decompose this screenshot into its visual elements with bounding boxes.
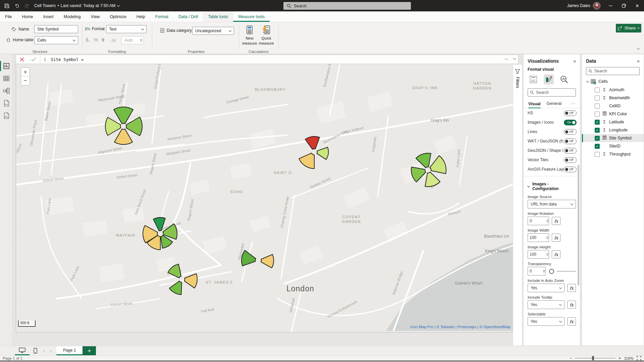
checkbox-throughput[interactable] — [595, 152, 600, 157]
tab-visual[interactable]: Visual — [528, 102, 541, 108]
toggle-arcgis-feature-layer[interactable]: Off — [564, 167, 577, 172]
checkbox-longitude[interactable]: ✓ — [595, 128, 600, 133]
map[interactable]: Weymouth StreetGoodge StreetGreat Portla… — [16, 64, 515, 332]
map-attribution[interactable]: Icon Map Pro | © Tekantis | Protomaps | … — [410, 325, 511, 329]
menu-tab-table-tools[interactable]: Table tools — [203, 11, 233, 22]
slider-track-transparency[interactable] — [557, 271, 576, 272]
field-row-throughput[interactable]: ΣThroughput — [582, 150, 644, 158]
analytics-icon[interactable] — [559, 74, 569, 84]
format-dropdown[interactable]: Text — [106, 25, 147, 33]
fx-button-image-width[interactable]: fx — [552, 234, 560, 242]
menu-tab-view[interactable]: View — [86, 11, 105, 22]
checkbox-site-symbol[interactable]: ✓ — [595, 136, 600, 141]
fx-button-image-rotation[interactable]: fx — [552, 217, 560, 225]
dropdown-include-tooltip[interactable]: Yes — [528, 300, 565, 309]
cancel-formula-icon[interactable] — [20, 57, 24, 62]
format-search-input[interactable]: Search — [528, 88, 576, 97]
menu-tab-data-drill[interactable]: Data / Drill — [173, 11, 203, 22]
close-button[interactable]: ✕ — [631, 0, 644, 11]
zoom-out-icon[interactable]: − — [570, 356, 572, 361]
field-row-site-symbol[interactable]: ✓Site Symbol — [582, 134, 644, 142]
commit-formula-icon[interactable] — [31, 57, 36, 61]
menu-tab-format[interactable]: Format — [150, 11, 173, 22]
format-visual-icon[interactable] — [544, 74, 554, 84]
checkbox-kpi-color[interactable] — [595, 112, 600, 117]
restore-button[interactable] — [617, 0, 631, 11]
global-search-input[interactable]: Search — [283, 2, 411, 10]
slider-knob-transparency[interactable] — [549, 269, 554, 274]
document-title[interactable]: Cell Towers• Last saved: Today at 7:50 A… — [34, 3, 119, 8]
images-configuration-section[interactable]: Images - Configuration — [524, 178, 580, 192]
collapse-formula-bar-icon[interactable]: — — [504, 57, 508, 61]
menu-tab-home[interactable]: Home — [17, 11, 38, 22]
stepper-image-width[interactable]: 100 — [528, 233, 549, 242]
quick-measure-button[interactable]: Quick measure — [256, 25, 277, 46]
model-view-icon[interactable] — [3, 87, 10, 95]
previous-page-arrow-icon[interactable]: ‹ — [41, 346, 48, 355]
report-view-icon[interactable] — [3, 62, 10, 70]
collapse-pane-icon[interactable]: » — [637, 58, 640, 64]
field-row-siteid[interactable]: ✓SiteID — [582, 142, 644, 150]
toggle-h3[interactable]: Off — [564, 110, 577, 116]
page-tab[interactable]: Page 1 — [56, 346, 83, 355]
minimize-button[interactable] — [604, 0, 617, 11]
zoom-slider[interactable] — [575, 358, 615, 359]
formula-bar[interactable]: 1 Site Symbol = — — [16, 55, 519, 64]
checkbox-beamwidth[interactable] — [595, 96, 600, 101]
undo-icon[interactable] — [13, 2, 20, 9]
percent-icon[interactable]: % — [94, 37, 98, 43]
toggle-images-icons[interactable]: On — [564, 120, 577, 125]
checkbox-cellid[interactable] — [595, 104, 600, 109]
zoom-in-icon[interactable]: + — [619, 356, 621, 361]
save-icon[interactable] — [3, 2, 10, 9]
icon-map-visual[interactable]: Weymouth StreetGoodge StreetGreat Portla… — [16, 64, 516, 333]
toggle-geojson-shape-[interactable]: Off — [564, 148, 577, 154]
expand-formula-bar-chevron-icon[interactable] — [513, 57, 516, 60]
fx-button-include-tooltip[interactable]: fx — [567, 301, 576, 309]
menu-tab-help[interactable]: Help — [131, 11, 150, 22]
table-view-icon[interactable] — [3, 75, 10, 82]
menu-tab-file[interactable]: File — [0, 11, 17, 22]
redo-icon[interactable] — [23, 2, 30, 9]
fx-button-image-height[interactable]: fx — [552, 250, 560, 258]
dropdown-image-source[interactable]: URL from data — [528, 200, 576, 208]
pane-scrollbar[interactable] — [578, 165, 579, 286]
field-row-latitude[interactable]: ✓ΣLatitude — [582, 118, 644, 126]
map-zoom-in-button[interactable]: + — [21, 68, 30, 76]
share-button[interactable]: Share — [616, 24, 641, 33]
tmdl-view-icon[interactable]: TMDL — [3, 112, 10, 119]
field-row-beamwidth[interactable]: ΣBeamwidth — [582, 94, 644, 102]
data-search-input[interactable]: Search — [586, 67, 640, 75]
desktop-layout-icon[interactable] — [15, 346, 30, 355]
map-zoom-out-button[interactable]: − — [21, 76, 30, 85]
menu-tab-measure-tools[interactable]: Measure tools — [233, 11, 270, 22]
dropdown-include-in-auto-zoom[interactable]: Yes — [528, 284, 565, 292]
toggle-lines[interactable]: Off — [564, 129, 577, 135]
checkbox-azimuth[interactable] — [595, 87, 600, 93]
account-area[interactable]: James Dales — [567, 0, 600, 11]
menu-tab-optimize[interactable]: Optimize — [105, 11, 131, 22]
filters-pane-collapsed[interactable]: Filters — [513, 64, 522, 346]
next-page-arrow-icon[interactable]: › — [48, 346, 54, 355]
thousands-icon[interactable]: 9 — [102, 37, 104, 43]
fit-to-page-icon[interactable] — [637, 356, 641, 360]
dax-query-view-icon[interactable]: DAX — [3, 100, 10, 107]
menu-tab-insert[interactable]: Insert — [38, 11, 59, 22]
menu-tab-modeling[interactable]: Modeling — [59, 11, 86, 22]
field-row-kpi-color[interactable]: KPI Color — [582, 110, 644, 118]
table-cells-row[interactable]: Cells — [582, 77, 644, 86]
toggle-vector-tiles[interactable]: Off — [564, 157, 577, 163]
dollar-icon[interactable]: $ — [86, 37, 90, 43]
toggle-wkt-geojson-fr-[interactable]: Off — [564, 138, 577, 144]
dropdown-selectable[interactable]: Yes — [528, 317, 565, 326]
fx-button-selectable[interactable]: fx — [567, 317, 576, 325]
stepper-image-rotation[interactable]: 0 — [528, 217, 549, 225]
avatar[interactable] — [593, 2, 600, 9]
tab-general[interactable]: General — [547, 101, 561, 106]
field-row-cellid[interactable]: CellID — [582, 102, 644, 110]
checkbox-latitude[interactable]: ✓ — [595, 120, 600, 125]
collapse-pane-icon[interactable]: » — [573, 58, 576, 64]
collapse-ribbon-chevron-icon[interactable] — [637, 47, 640, 50]
tab-more-options[interactable]: ··· — [571, 101, 576, 106]
build-visual-icon[interactable] — [528, 74, 538, 84]
